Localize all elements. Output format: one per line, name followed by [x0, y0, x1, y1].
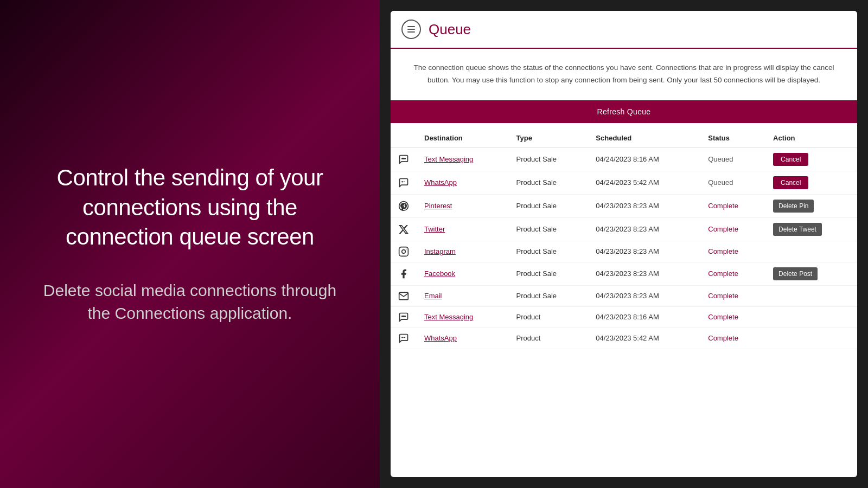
row-destination[interactable]: Twitter: [417, 217, 509, 241]
menu-icon[interactable]: [401, 20, 421, 39]
description-text: The connection queue shows the status of…: [407, 62, 841, 87]
row-status: Queued: [700, 171, 765, 194]
row-scheduled: 04/23/2023 8:23 AM: [588, 285, 700, 306]
queue-header: Queue: [391, 11, 857, 49]
queue-table: Destination Type Scheduled Status Action…: [391, 129, 857, 349]
row-status: Complete: [700, 306, 765, 328]
table-row: Text Messaging Product Sale 04/24/2023 8…: [391, 147, 857, 171]
row-action[interactable]: Delete Post: [765, 262, 857, 285]
row-action: [765, 328, 857, 349]
col-destination: Destination: [417, 129, 509, 148]
row-type: Product: [509, 328, 589, 349]
row-destination[interactable]: Pinterest: [417, 194, 509, 217]
table-row: Facebook Product Sale 04/23/2023 8:23 AM…: [391, 262, 857, 285]
row-scheduled: 04/23/2023 8:16 AM: [588, 306, 700, 328]
row-destination[interactable]: Text Messaging: [417, 147, 509, 171]
row-destination[interactable]: Email: [417, 285, 509, 306]
row-status: Complete: [700, 217, 765, 241]
row-type: Product Sale: [509, 171, 589, 194]
row-scheduled: 04/23/2023 8:23 AM: [588, 241, 700, 262]
svg-point-1: [403, 158, 404, 159]
row-icon: [391, 306, 417, 328]
page-title: Queue: [429, 21, 471, 38]
row-type: Product: [509, 306, 589, 328]
row-scheduled: 04/23/2023 8:23 AM: [588, 217, 700, 241]
row-action: [765, 241, 857, 262]
table-row: WhatsApp Product 04/23/2023 5:42 AM Comp…: [391, 328, 857, 349]
hamburger-icon: [407, 26, 415, 33]
table-row: WhatsApp Product Sale 04/24/2023 5:42 AM…: [391, 171, 857, 194]
row-type: Product Sale: [509, 147, 589, 171]
row-status: Complete: [700, 285, 765, 306]
row-icon: [391, 262, 417, 285]
row-icon: [391, 194, 417, 217]
table-header-row: Destination Type Scheduled Status Action: [391, 129, 857, 148]
left-panel: Control the sending of your connections …: [0, 0, 380, 488]
action-button[interactable]: Delete Post: [773, 267, 818, 280]
row-status: Complete: [700, 194, 765, 217]
action-button[interactable]: Delete Pin: [773, 200, 814, 213]
row-scheduled: 04/23/2023 5:42 AM: [588, 328, 700, 349]
right-panel: Queue The connection queue shows the sta…: [380, 0, 868, 488]
refresh-queue-button[interactable]: Refresh Queue: [597, 107, 651, 116]
row-type: Product Sale: [509, 194, 589, 217]
main-heading: Control the sending of your connections …: [33, 163, 347, 252]
row-icon: [391, 171, 417, 194]
svg-point-2: [405, 158, 406, 159]
row-destination[interactable]: WhatsApp: [417, 328, 509, 349]
row-destination[interactable]: Facebook: [417, 262, 509, 285]
table-row: Text Messaging Product 04/23/2023 8:16 A…: [391, 306, 857, 328]
row-icon: [391, 217, 417, 241]
row-action[interactable]: Cancel: [765, 147, 857, 171]
svg-point-9: [405, 316, 406, 317]
cancel-button[interactable]: Cancel: [773, 153, 808, 166]
svg-point-8: [403, 316, 404, 317]
row-destination[interactable]: WhatsApp: [417, 171, 509, 194]
row-scheduled: 04/23/2023 8:23 AM: [588, 262, 700, 285]
action-button[interactable]: Delete Tweet: [773, 223, 822, 236]
col-status: Status: [700, 129, 765, 148]
row-type: Product Sale: [509, 262, 589, 285]
row-status: Complete: [700, 262, 765, 285]
row-destination[interactable]: Text Messaging: [417, 306, 509, 328]
row-icon: [391, 285, 417, 306]
sub-heading: Delete social media connections through …: [33, 279, 347, 325]
row-icon: [391, 328, 417, 349]
svg-point-0: [402, 158, 403, 159]
description-box: The connection queue shows the status of…: [391, 49, 857, 100]
queue-card: Queue The connection queue shows the sta…: [391, 11, 857, 477]
row-action[interactable]: Delete Tweet: [765, 217, 857, 241]
row-action: [765, 306, 857, 328]
row-type: Product Sale: [509, 285, 589, 306]
col-icon: [391, 129, 417, 148]
svg-rect-5: [399, 247, 409, 256]
row-scheduled: 04/24/2023 5:42 AM: [588, 171, 700, 194]
col-scheduled: Scheduled: [588, 129, 700, 148]
row-destination[interactable]: Instagram: [417, 241, 509, 262]
refresh-bar[interactable]: Refresh Queue: [391, 100, 857, 123]
col-type: Type: [509, 129, 589, 148]
table-row: Instagram Product Sale 04/23/2023 8:23 A…: [391, 241, 857, 262]
row-scheduled: 04/24/2023 8:16 AM: [588, 147, 700, 171]
row-icon: [391, 147, 417, 171]
row-type: Product Sale: [509, 241, 589, 262]
row-action: [765, 285, 857, 306]
row-action[interactable]: Delete Pin: [765, 194, 857, 217]
row-scheduled: 04/23/2023 8:23 AM: [588, 194, 700, 217]
queue-table-container: Destination Type Scheduled Status Action…: [391, 123, 857, 477]
row-status: Queued: [700, 147, 765, 171]
col-action: Action: [765, 129, 857, 148]
row-status: Complete: [700, 241, 765, 262]
cancel-button[interactable]: Cancel: [773, 176, 808, 189]
table-row: Twitter Product Sale 04/23/2023 8:23 AM …: [391, 217, 857, 241]
row-icon: [391, 241, 417, 262]
table-row: Pinterest Product Sale 04/23/2023 8:23 A…: [391, 194, 857, 217]
table-row: Email Product Sale 04/23/2023 8:23 AM Co…: [391, 285, 857, 306]
svg-point-7: [402, 316, 403, 317]
row-type: Product Sale: [509, 217, 589, 241]
row-status: Complete: [700, 328, 765, 349]
row-action[interactable]: Cancel: [765, 171, 857, 194]
